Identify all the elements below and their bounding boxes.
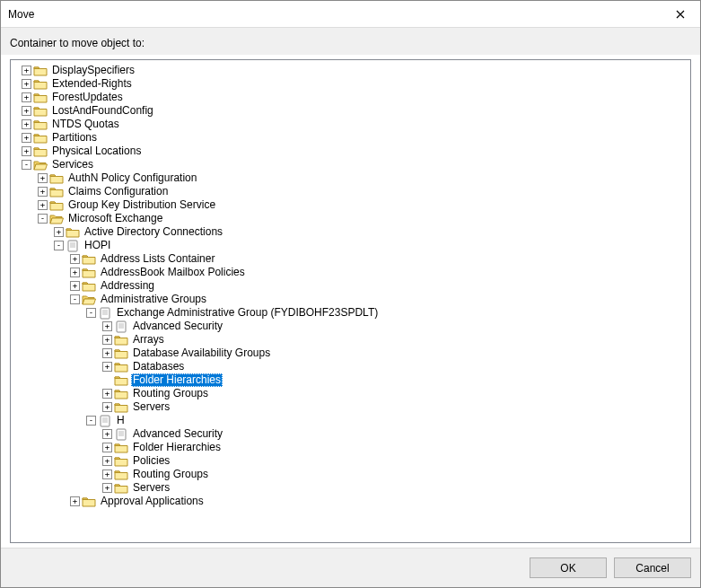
tree-node-label[interactable]: HOPI bbox=[83, 239, 112, 252]
expand-toggle[interactable]: + bbox=[102, 456, 112, 466]
expand-toggle[interactable]: + bbox=[22, 146, 31, 156]
tree-node-label[interactable]: Group Key Distribution Service bbox=[66, 198, 217, 212]
expand-toggle[interactable]: + bbox=[102, 429, 112, 439]
tree-node-label[interactable]: Folder Hierarchies bbox=[131, 373, 223, 387]
collapse-toggle[interactable]: - bbox=[86, 308, 96, 318]
tree-node-label[interactable]: Exchange Administrative Group (FYDIBOHF2… bbox=[115, 306, 380, 320]
tree-node[interactable]: +Approval Applications bbox=[11, 495, 690, 508]
expand-toggle[interactable]: + bbox=[22, 106, 31, 116]
tree-node-label[interactable]: Database Availability Groups bbox=[131, 347, 272, 360]
cancel-button[interactable]: Cancel bbox=[614, 557, 691, 578]
tree-node-label[interactable]: Arrays bbox=[131, 333, 166, 347]
close-button[interactable] bbox=[660, 1, 700, 27]
tree-node[interactable]: -HOPI bbox=[11, 239, 690, 252]
tree-node[interactable]: +Extended-Rights bbox=[11, 77, 690, 91]
expand-toggle[interactable]: + bbox=[54, 227, 64, 237]
expand-toggle[interactable]: + bbox=[102, 402, 112, 412]
expand-toggle[interactable]: + bbox=[102, 321, 112, 331]
tree-node-label[interactable]: AuthN Policy Configuration bbox=[66, 171, 198, 185]
tree-node-label[interactable]: NTDS Quotas bbox=[50, 118, 121, 131]
tree-node[interactable]: -Microsoft Exchange bbox=[11, 212, 690, 225]
tree-node-label[interactable]: Administrative Groups bbox=[99, 293, 208, 306]
tree-node-label[interactable]: Claims Configuration bbox=[66, 185, 170, 198]
tree-node[interactable]: +Advanced Security bbox=[11, 320, 690, 333]
tree-node-label[interactable]: Partitions bbox=[50, 131, 99, 145]
expand-toggle[interactable]: + bbox=[38, 173, 48, 183]
tree-node[interactable]: +Addressing bbox=[11, 279, 690, 293]
expand-toggle[interactable]: + bbox=[102, 443, 112, 452]
tree-node-label[interactable]: ForestUpdates bbox=[50, 91, 125, 104]
tree-node-label[interactable]: Microsoft Exchange bbox=[66, 212, 164, 225]
tree-node-label[interactable]: Routing Groups bbox=[131, 468, 210, 481]
expand-toggle[interactable]: + bbox=[102, 348, 112, 358]
expand-toggle[interactable]: + bbox=[38, 187, 48, 197]
expand-toggle[interactable]: + bbox=[22, 119, 31, 129]
tree-node[interactable]: +Advanced Security bbox=[11, 427, 690, 441]
tree-node[interactable]: -Services bbox=[11, 158, 690, 171]
tree-node[interactable]: +NTDS Quotas bbox=[11, 118, 690, 131]
tree-node-label[interactable]: Routing Groups bbox=[131, 387, 210, 400]
tree-node-label[interactable]: Physical Locations bbox=[50, 145, 143, 158]
expand-toggle[interactable]: + bbox=[70, 254, 80, 264]
expand-toggle[interactable]: + bbox=[102, 362, 112, 372]
tree-node-label[interactable]: AddressBook Mailbox Policies bbox=[99, 266, 247, 279]
tree-node-label[interactable]: Servers bbox=[131, 481, 171, 495]
tree-node-label[interactable]: Active Directory Connections bbox=[83, 225, 224, 239]
tree-node[interactable]: +Routing Groups bbox=[11, 468, 690, 481]
expand-toggle[interactable]: + bbox=[70, 268, 80, 277]
tree-view[interactable]: +DisplaySpecifiers+Extended-Rights+Fores… bbox=[10, 59, 691, 543]
tree-node-label[interactable]: DisplaySpecifiers bbox=[50, 64, 136, 77]
collapse-toggle[interactable]: - bbox=[70, 294, 80, 304]
tree-node-label[interactable]: LostAndFoundConfig bbox=[50, 104, 155, 118]
expand-toggle[interactable]: + bbox=[102, 389, 112, 399]
tree-node-label[interactable]: Services bbox=[50, 158, 95, 171]
expand-toggle[interactable]: + bbox=[22, 79, 31, 89]
tree-node[interactable]: +ForestUpdates bbox=[11, 91, 690, 104]
expand-toggle[interactable]: + bbox=[22, 66, 31, 75]
expand-toggle[interactable]: + bbox=[22, 133, 31, 143]
tree-node-label[interactable]: Advanced Security bbox=[131, 427, 224, 441]
tree-node-label[interactable]: Extended-Rights bbox=[50, 77, 134, 91]
tree-node[interactable]: +Group Key Distribution Service bbox=[11, 198, 690, 212]
tree-node[interactable]: +Database Availability Groups bbox=[11, 347, 690, 360]
tree-node-label[interactable]: Approval Applications bbox=[99, 495, 206, 508]
expand-toggle[interactable]: + bbox=[70, 281, 80, 291]
tree-node-label[interactable]: Servers bbox=[131, 400, 171, 414]
tree-node[interactable]: +Servers bbox=[11, 400, 690, 414]
tree-node[interactable]: +Routing Groups bbox=[11, 387, 690, 400]
tree-node[interactable]: +Partitions bbox=[11, 131, 690, 145]
tree-node-label[interactable]: Folder Hierarchies bbox=[131, 441, 223, 454]
tree-node[interactable]: +LostAndFoundConfig bbox=[11, 104, 690, 118]
expand-toggle[interactable]: + bbox=[102, 470, 112, 479]
tree-node[interactable]: +Active Directory Connections bbox=[11, 225, 690, 239]
collapse-toggle[interactable]: - bbox=[86, 416, 96, 426]
ok-button[interactable]: OK bbox=[530, 557, 607, 578]
expand-toggle[interactable]: + bbox=[102, 335, 112, 345]
tree-node[interactable]: +AuthN Policy Configuration bbox=[11, 171, 690, 185]
tree-node-label[interactable]: Policies bbox=[131, 454, 171, 468]
tree-node[interactable]: +AddressBook Mailbox Policies bbox=[11, 266, 690, 279]
tree-node[interactable]: +Servers bbox=[11, 481, 690, 495]
tree-node[interactable]: +Claims Configuration bbox=[11, 185, 690, 198]
expand-toggle[interactable]: + bbox=[22, 92, 31, 102]
tree-node[interactable]: +Policies bbox=[11, 454, 690, 468]
tree-node[interactable]: +Databases bbox=[11, 360, 690, 373]
tree-node[interactable]: -H bbox=[11, 414, 690, 427]
tree-node[interactable]: +Folder Hierarchies bbox=[11, 441, 690, 454]
expand-toggle[interactable]: + bbox=[38, 200, 48, 210]
collapse-toggle[interactable]: - bbox=[22, 160, 31, 170]
collapse-toggle[interactable]: - bbox=[38, 214, 48, 224]
tree-node-label[interactable]: Addressing bbox=[99, 279, 156, 293]
tree-node[interactable]: +Physical Locations bbox=[11, 145, 690, 158]
collapse-toggle[interactable]: - bbox=[54, 241, 64, 250]
tree-node-label[interactable]: H bbox=[115, 414, 127, 427]
tree-node[interactable]: -Administrative Groups bbox=[11, 293, 690, 306]
tree-node[interactable]: Folder Hierarchies bbox=[11, 373, 690, 387]
expand-toggle[interactable]: + bbox=[70, 496, 80, 506]
tree-node[interactable]: +DisplaySpecifiers bbox=[11, 64, 690, 77]
tree-node-label[interactable]: Address Lists Container bbox=[99, 252, 216, 266]
tree-node[interactable]: -Exchange Administrative Group (FYDIBOHF… bbox=[11, 306, 690, 320]
tree-node[interactable]: +Address Lists Container bbox=[11, 252, 690, 266]
tree-node-label[interactable]: Databases bbox=[131, 360, 186, 373]
tree-node[interactable]: +Arrays bbox=[11, 333, 690, 347]
